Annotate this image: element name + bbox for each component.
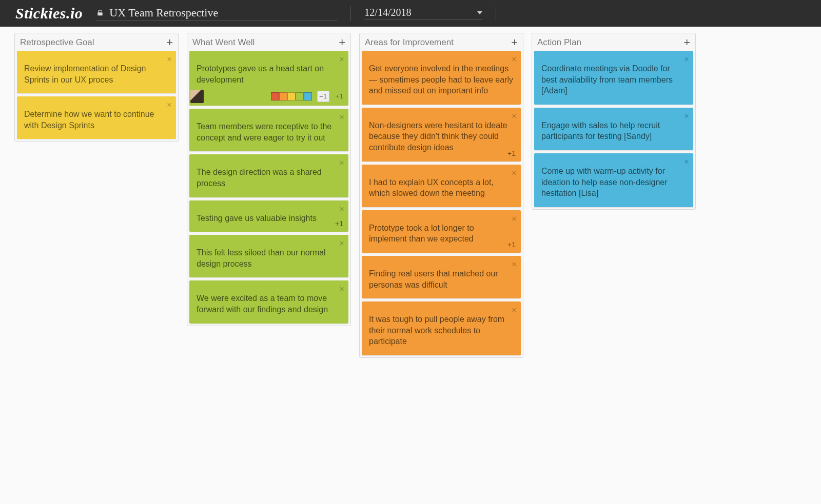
sticky-card[interactable]: ×Determine how we want to continue with … [17, 96, 176, 139]
sticky-card[interactable]: ×Engage with sales to help recruit parti… [534, 108, 693, 150]
column-action: Action Plan+×Coordinate meetings via Doo… [532, 33, 696, 210]
card-text: I had to explain UX concepts a lot, whic… [369, 177, 514, 199]
close-icon[interactable]: × [512, 259, 517, 271]
column-well: What Went Well+×Prototypes gave us a hea… [187, 33, 351, 326]
color-swatch[interactable] [279, 92, 287, 100]
close-icon[interactable]: × [339, 157, 344, 169]
close-icon[interactable]: × [512, 305, 517, 316]
close-icon[interactable]: × [512, 111, 517, 123]
sticky-card[interactable]: ×Review implementation of Design Sprints… [17, 51, 176, 93]
card-text: This felt less siloed than our normal de… [197, 247, 341, 269]
column-title: Areas for Improvement [365, 37, 454, 48]
card-text: We were excited as a team to move forwar… [197, 293, 341, 315]
color-swatch[interactable] [287, 92, 296, 100]
column-title: What Went Well [192, 37, 255, 48]
column-header: Areas for Improvement+ [362, 35, 521, 51]
vote-count: +1 [335, 219, 343, 229]
close-icon[interactable]: × [684, 54, 689, 66]
card-text: Team members were receptive to the conce… [197, 121, 341, 143]
column-header: What Went Well+ [189, 35, 348, 51]
sticky-card[interactable]: ×It was tough to pull people away from t… [362, 301, 521, 355]
card-text: Testing gave us valuable insights [197, 213, 341, 224]
board-title-wrap[interactable] [96, 6, 337, 21]
column-improve: Areas for Improvement+×Get everyone invo… [359, 33, 523, 358]
close-icon[interactable]: × [512, 213, 517, 225]
unlock-icon [96, 9, 104, 17]
color-swatches [271, 92, 312, 100]
sticky-card[interactable]: ×Come up with warm-up activity for ideat… [534, 153, 693, 207]
card-text: Non-designers were hesitant to ideate be… [369, 120, 514, 153]
divider [350, 6, 351, 21]
sticky-card[interactable]: ×Prototype took a lot longer to implemen… [362, 210, 521, 253]
close-icon[interactable]: × [339, 284, 344, 295]
card-text: Determine how we want to continue with D… [24, 109, 169, 131]
sticky-card[interactable]: ×Team members were receptive to the conc… [189, 109, 348, 151]
sticky-card[interactable]: ×Prototypes gave us a head start on deve… [189, 51, 348, 106]
card-text: The design direction was a shared proces… [197, 167, 341, 189]
close-icon[interactable]: × [339, 204, 344, 215]
close-icon[interactable]: × [512, 168, 517, 179]
card-list: ×Prototypes gave us a head start on deve… [189, 51, 348, 324]
card-text: Prototypes gave us a head start on devel… [197, 63, 341, 85]
vote-down-button[interactable]: –1 [317, 91, 329, 102]
chevron-down-icon [477, 11, 482, 14]
color-swatch[interactable] [304, 92, 312, 100]
board: Retrospective Goal+×Review implementatio… [0, 27, 821, 373]
close-icon[interactable]: × [684, 156, 689, 168]
card-list: ×Coordinate meetings via Doodle for best… [534, 51, 693, 207]
vote-count: +1 [507, 149, 516, 158]
card-text: Review implementation of Design Sprints … [24, 63, 169, 85]
app-logo: Stickies.io [15, 5, 83, 22]
card-list: ×Review implementation of Design Sprints… [17, 51, 176, 139]
color-swatch[interactable] [271, 92, 279, 100]
sticky-card[interactable]: ×This felt less siloed than our normal d… [189, 235, 348, 277]
column-header: Retrospective Goal+ [17, 35, 176, 51]
add-card-button[interactable]: + [339, 39, 345, 46]
column-goal: Retrospective Goal+×Review implementatio… [14, 33, 179, 142]
avatar [190, 90, 204, 103]
close-icon[interactable]: × [339, 112, 344, 124]
column-header: Action Plan+ [534, 35, 693, 51]
close-icon[interactable]: × [167, 54, 172, 66]
vote-count: +1 [507, 240, 516, 250]
divider [496, 6, 496, 21]
sticky-card[interactable]: ×Testing gave us valuable insights+1 [189, 200, 348, 232]
card-text: Coordinate meetings via Doodle for best … [541, 63, 686, 96]
svg-rect-0 [98, 12, 103, 15]
color-swatch[interactable] [296, 92, 304, 100]
column-title: Action Plan [537, 37, 581, 48]
add-card-button[interactable]: + [166, 39, 173, 46]
date-picker[interactable]: 12/14/2018 [364, 7, 482, 20]
topbar: Stickies.io 12/14/2018 [0, 0, 821, 27]
card-list: ×Get everyone involved in the meetings —… [362, 51, 521, 355]
card-text: Prototype took a lot longer to implement… [369, 223, 514, 245]
sticky-card[interactable]: ×Finding real users that matched our per… [362, 256, 521, 298]
vote-up-button[interactable]: +1 [335, 91, 344, 102]
column-title: Retrospective Goal [20, 37, 94, 48]
card-text: It was tough to pull people away from th… [369, 314, 514, 347]
date-value: 12/14/2018 [364, 7, 411, 18]
close-icon[interactable]: × [339, 238, 344, 250]
close-icon[interactable]: × [167, 99, 172, 111]
close-icon[interactable]: × [684, 111, 689, 123]
board-title-input[interactable] [109, 6, 337, 19]
sticky-card[interactable]: ×Coordinate meetings via Doodle for best… [534, 51, 693, 105]
sticky-card[interactable]: ×Non-designers were hesitant to ideate b… [362, 108, 521, 162]
card-text: Come up with warm-up activity for ideati… [541, 166, 686, 199]
card-text: Finding real users that matched our pers… [369, 268, 514, 290]
close-icon[interactable]: × [339, 54, 344, 66]
card-text: Get everyone involved in the meetings — … [369, 63, 514, 96]
sticky-card[interactable]: ×Get everyone involved in the meetings —… [362, 51, 521, 105]
sticky-card[interactable]: ×I had to explain UX concepts a lot, whi… [362, 165, 521, 207]
add-card-button[interactable]: + [683, 39, 690, 46]
sticky-card[interactable]: ×We were excited as a team to move forwa… [189, 280, 348, 323]
card-toolbar: –1+1 [189, 89, 348, 104]
close-icon[interactable]: × [512, 54, 517, 66]
add-card-button[interactable]: + [511, 39, 518, 46]
sticky-card[interactable]: ×The design direction was a shared proce… [189, 154, 348, 197]
card-text: Engage with sales to help recruit partic… [541, 120, 686, 142]
